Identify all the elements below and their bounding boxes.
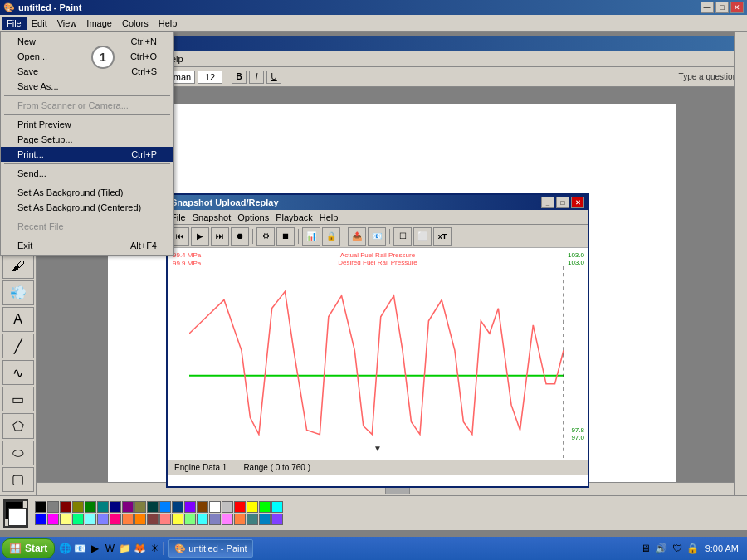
color-swatch[interactable] (197, 501, 208, 513)
menu-page-setup[interactable]: Page Setup... (1, 132, 173, 147)
color-swatch[interactable] (184, 501, 196, 513)
snapshot-maximize[interactable]: □ (556, 197, 569, 208)
color-swatch[interactable] (247, 514, 258, 525)
menu-edit[interactable]: Edit (27, 17, 52, 30)
ql-word[interactable]: W (103, 542, 116, 555)
ql-firefox[interactable]: 🦊 (133, 542, 146, 555)
word-italic-btn[interactable]: I (249, 71, 264, 84)
menu-view[interactable]: View (52, 17, 82, 30)
tool-airbrush[interactable]: 💨 (2, 280, 34, 305)
color-swatch[interactable] (147, 514, 159, 525)
snap-menu-help[interactable]: Help (320, 212, 339, 222)
color-swatch[interactable] (271, 514, 283, 525)
close-button[interactable]: ✕ (730, 2, 744, 13)
tool-brush[interactable]: 🖌 (2, 254, 34, 279)
color-swatch[interactable] (85, 501, 96, 513)
color-swatch[interactable] (259, 514, 271, 525)
color-swatch[interactable] (222, 514, 233, 525)
tool-ellipse[interactable]: ⬭ (2, 441, 34, 465)
color-swatch[interactable] (134, 501, 146, 513)
ql-outlook[interactable]: 📧 (73, 542, 86, 555)
menu-print-preview[interactable]: Print Preview (1, 117, 173, 132)
color-swatch[interactable] (60, 514, 71, 525)
menu-save-as[interactable]: Save As... (1, 79, 173, 94)
snap-tb-3[interactable]: ⏭ (211, 227, 229, 246)
color-swatch[interactable] (47, 514, 59, 525)
main-scroll-right[interactable] (734, 32, 747, 495)
tool-rect[interactable]: ▭ (2, 387, 34, 411)
snap-tb-12[interactable]: ⬜ (413, 227, 432, 246)
ql-unknown[interactable]: ☀ (148, 542, 161, 555)
maximize-button[interactable]: □ (715, 2, 729, 13)
color-swatch[interactable] (35, 501, 46, 513)
ql-folder[interactable]: 📁 (118, 542, 131, 555)
color-swatch[interactable] (247, 501, 258, 513)
snapshot-close[interactable]: ✕ (571, 197, 584, 208)
color-swatch[interactable] (134, 514, 146, 525)
color-swatch[interactable] (97, 514, 109, 525)
color-swatch[interactable] (47, 501, 59, 513)
ql-ie[interactable]: 🌐 (58, 542, 71, 555)
snap-tb-11[interactable]: ☐ (393, 227, 412, 246)
snap-tb-6[interactable]: ⏹ (276, 227, 295, 246)
tool-polygon[interactable]: ⬠ (2, 413, 34, 438)
snap-menu-options[interactable]: Options (237, 212, 269, 222)
color-swatch[interactable] (110, 514, 121, 525)
menu-image[interactable]: Image (81, 17, 117, 30)
word-bold-btn[interactable]: B (232, 71, 247, 84)
color-swatch[interactable] (234, 501, 246, 513)
word-underline-btn[interactable]: U (266, 71, 281, 84)
color-background[interactable] (8, 508, 27, 526)
snapshot-minimize[interactable]: _ (541, 197, 554, 208)
menu-save[interactable]: Save Ctrl+S (1, 64, 173, 79)
menu-bg-tiled[interactable]: Set As Background (Tiled) (1, 185, 173, 200)
color-swatch[interactable] (72, 514, 84, 525)
color-swatch[interactable] (271, 501, 283, 513)
menu-exit[interactable]: Exit Alt+F4 (1, 238, 173, 253)
color-swatch[interactable] (122, 514, 134, 525)
tool-text[interactable]: A (2, 307, 34, 332)
menu-help[interactable]: Help (154, 17, 183, 30)
word-size-box[interactable]: 12 (198, 71, 222, 84)
minimize-button[interactable]: — (701, 2, 714, 13)
ql-media[interactable]: ▶ (88, 542, 101, 555)
color-swatch[interactable] (60, 501, 71, 513)
menu-send[interactable]: Send... (1, 166, 173, 181)
color-swatch[interactable] (110, 501, 121, 513)
menu-file[interactable]: File (2, 17, 27, 30)
color-swatch[interactable] (85, 514, 96, 525)
tool-curve[interactable]: ∿ (2, 360, 34, 385)
color-swatch[interactable] (159, 501, 171, 513)
tool-line[interactable]: ╱ (2, 334, 34, 358)
color-swatch[interactable] (259, 501, 271, 513)
color-swatch[interactable] (97, 501, 109, 513)
menu-colors[interactable]: Colors (117, 17, 154, 30)
color-swatch[interactable] (209, 514, 221, 525)
color-swatch[interactable] (172, 501, 183, 513)
color-swatch[interactable] (122, 501, 134, 513)
snap-tb-7[interactable]: 📊 (302, 227, 320, 246)
color-swatch[interactable] (35, 514, 46, 525)
snap-tb-5[interactable]: ⚙ (256, 227, 275, 246)
color-swatch[interactable] (197, 514, 208, 525)
color-swatch[interactable] (184, 514, 196, 525)
menu-print[interactable]: Print... Ctrl+P (1, 147, 173, 162)
menu-bg-centered[interactable]: Set As Background (Centered) (1, 200, 173, 215)
menu-open[interactable]: Open... Ctrl+O (1, 49, 173, 64)
color-swatch[interactable] (234, 514, 246, 525)
start-button[interactable]: 🪟 Start (2, 538, 55, 558)
snap-tb-9[interactable]: 📤 (348, 227, 366, 246)
color-swatch[interactable] (72, 501, 84, 513)
menu-new[interactable]: New Ctrl+N (1, 34, 173, 49)
color-swatch[interactable] (222, 501, 233, 513)
snap-tb-13[interactable]: xT (433, 227, 452, 246)
color-swatch[interactable] (209, 501, 221, 513)
snap-menu-playback[interactable]: Playback (276, 212, 313, 222)
snap-tb-2[interactable]: ▶ (191, 227, 209, 246)
snap-tb-8[interactable]: 🔒 (322, 227, 340, 246)
color-swatch[interactable] (147, 501, 159, 513)
snap-tb-10[interactable]: 📧 (368, 227, 386, 246)
taskbar-paint-btn[interactable]: 🎨 untitled - Paint (168, 539, 252, 558)
color-swatch[interactable] (159, 514, 171, 525)
tool-rrect[interactable]: ▢ (2, 467, 34, 492)
